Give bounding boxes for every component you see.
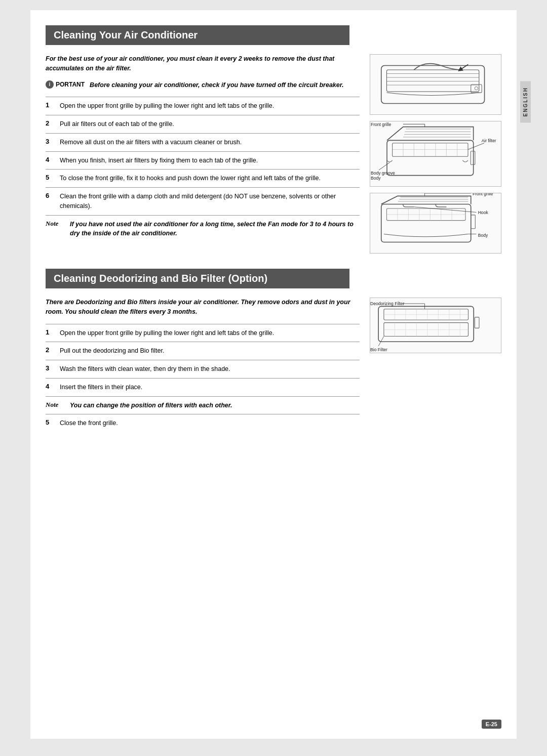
note2-text: You can change the position of filters w…: [70, 401, 232, 410]
important-text: Before cleaning your air conditioner, ch…: [90, 80, 343, 90]
section2-note: Note You can change the position of filt…: [46, 396, 360, 414]
diagram-4: Deodorizing Filter Bio Filter: [370, 298, 501, 353]
step-1-text: Open the upper front grille by pulling t…: [60, 101, 274, 111]
step-6-text: Clean the front grille with a damp cloth…: [60, 192, 360, 211]
s2-step-3-text: Wash the filters with clean water, then …: [60, 364, 230, 374]
section1-note: Note If you have not used the air condit…: [46, 215, 360, 243]
svg-rect-9: [387, 140, 474, 175]
english-tab: ENGLISH: [520, 81, 531, 122]
section1-left: For the best use of your air conditioner…: [46, 54, 360, 254]
important-icon: i: [46, 80, 54, 89]
svg-point-8: [475, 87, 478, 90]
section2-left: There are Deodorizing and Bio filters in…: [46, 298, 360, 432]
step-5-text: To close the front grille, fix it to hoo…: [60, 174, 321, 183]
section2-title: Cleaning Deodorizing and Bio Filter (Opt…: [46, 269, 349, 288]
diagram-1: [370, 54, 501, 115]
section1-diagrams: Front grille Air filter Body groove Body: [370, 54, 501, 254]
s2-step-5-num: 5: [46, 418, 54, 426]
step-3: 3 Remove all dust on the air filters wit…: [46, 133, 360, 151]
svg-text:Air filter: Air filter: [482, 138, 496, 143]
svg-text:Bio Filter: Bio Filter: [370, 347, 387, 352]
s2-step-4: 4 Insert the filters in their place.: [46, 378, 360, 396]
svg-rect-23: [471, 151, 475, 165]
section1-title: Cleaning Your Air Conditioner: [46, 25, 349, 45]
diagram-2: Front grille Air filter Body groove Body: [370, 121, 501, 187]
svg-rect-15: [393, 143, 468, 157]
note1-text: If you have not used the air conditioner…: [70, 220, 360, 239]
page: ENGLISH Cleaning Your Air Conditioner Fo…: [30, 10, 517, 739]
section1-intro: For the best use of your air conditioner…: [46, 54, 360, 73]
s2-step-1: 1 Open the upper front grille by pulling…: [46, 324, 360, 342]
s2-step-1-num: 1: [46, 328, 54, 336]
diagram-2-svg: Front grille Air filter Body groove Body: [370, 121, 501, 186]
page-number: E-25: [482, 720, 501, 729]
svg-line-29: [379, 162, 389, 170]
svg-rect-1: [386, 70, 479, 92]
s2-step-2-num: 2: [46, 346, 54, 354]
step-5: 5 To close the front grille, fix it to h…: [46, 169, 360, 187]
step-4-num: 4: [46, 156, 54, 163]
important-label-text: PORTANT: [56, 81, 85, 88]
step-3-num: 3: [46, 138, 54, 145]
svg-text:Front grille: Front grille: [473, 193, 493, 196]
section2-diagrams: Deodorizing Filter Bio Filter: [370, 298, 501, 432]
svg-text:Deodorizing Filter: Deodorizing Filter: [370, 301, 404, 306]
diagram-3: Front grille Hook Body: [370, 193, 501, 254]
step-4-text: When you finish, insert air filters by f…: [60, 156, 258, 165]
step-3-text: Remove all dust on the air filters with …: [60, 138, 242, 147]
s2-step-3-num: 3: [46, 364, 54, 372]
svg-text:Hook: Hook: [478, 210, 489, 215]
s2-step-2: 2 Pull out the deodorizing and Bio filte…: [46, 342, 360, 360]
step-1: 1 Open the upper front grille by pulling…: [46, 97, 360, 115]
section2-content: There are Deodorizing and Bio filters in…: [46, 298, 501, 432]
step-2-text: Pull air filters out of each tab of the …: [60, 119, 174, 129]
note2-label: Note: [46, 401, 65, 409]
step-2: 2 Pull air filters out of each tab of th…: [46, 115, 360, 133]
step-6-num: 6: [46, 192, 54, 199]
step-5-num: 5: [46, 174, 54, 181]
s2-step-5-text: Close the front grille.: [60, 418, 118, 428]
diagram-4-svg: Deodorizing Filter Bio Filter: [370, 298, 501, 353]
important-label: i PORTANT: [46, 80, 85, 89]
svg-rect-45: [471, 215, 476, 229]
svg-text:Body groove: Body groove: [371, 171, 395, 176]
s2-step-5: 5 Close the front grille.: [46, 414, 360, 432]
svg-rect-63: [384, 323, 468, 337]
svg-line-33: [381, 196, 398, 204]
s2-step-3: 3 Wash the filters with clean water, the…: [46, 360, 360, 378]
note1-label: Note: [46, 220, 65, 228]
svg-line-49: [414, 207, 476, 213]
svg-text:Body: Body: [478, 233, 488, 238]
step-4: 4 When you finish, insert air filters by…: [46, 151, 360, 170]
s2-step-4-num: 4: [46, 383, 54, 390]
svg-rect-0: [381, 65, 485, 103]
s2-step-2-text: Pull out the deodorizing and Bio filter.: [60, 346, 164, 356]
s2-step-1-text: Open the upper front grille by pulling t…: [60, 328, 274, 338]
step-6: 6 Clean the front grille with a damp clo…: [46, 187, 360, 215]
svg-line-10: [387, 127, 403, 141]
svg-text:Body: Body: [371, 176, 381, 181]
s2-step-4-text: Insert the filters in their place.: [60, 383, 142, 392]
svg-text:Front grille: Front grille: [371, 122, 391, 127]
svg-rect-72: [475, 317, 479, 328]
svg-line-27: [468, 143, 484, 150]
diagram-3-svg: Front grille Hook Body: [370, 193, 501, 253]
step-1-num: 1: [46, 101, 54, 109]
step-2-num: 2: [46, 119, 54, 127]
diagram-1-svg: [370, 55, 501, 114]
section1-content: For the best use of your air conditioner…: [46, 54, 501, 254]
section2-intro: There are Deodorizing and Bio filters in…: [46, 298, 360, 317]
important-box: i PORTANT Before cleaning your air condi…: [46, 80, 360, 90]
